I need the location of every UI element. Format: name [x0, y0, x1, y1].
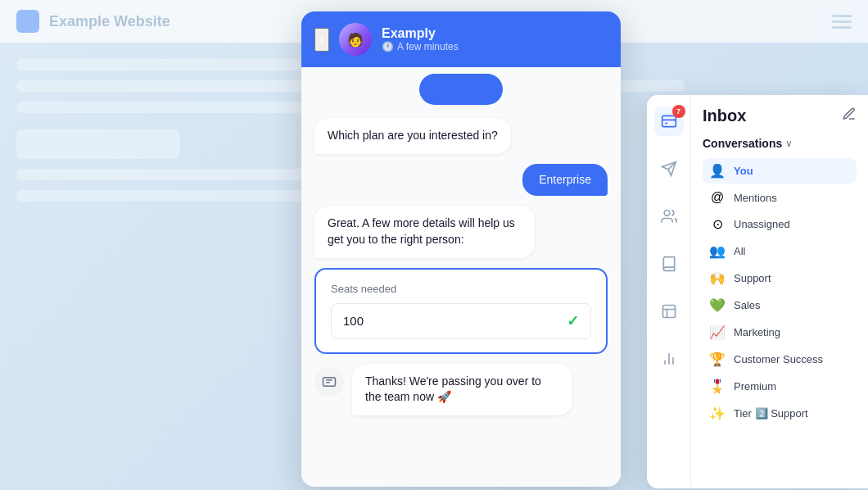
nav-label-customer-success: Customer Success [734, 353, 823, 365]
nav-item-premium[interactable]: 🎖️ Premium [703, 374, 857, 399]
chat-status: 🕐 A few minutes [382, 41, 459, 52]
clock-icon: 🕐 [382, 41, 394, 52]
chevron-down-icon: ∨ [785, 138, 793, 149]
chat-back-button[interactable]: ‹ [314, 28, 329, 52]
nav-label-unassigned: Unassigned [734, 218, 790, 230]
bg-title: Example Website [49, 13, 170, 30]
message-5-row: Thanks! We're passing you over to the te… [314, 364, 608, 415]
nav-label-support: Support [734, 272, 771, 284]
nav-label-marketing: Marketing [734, 326, 780, 338]
nav-label-tier2-support: Tier 2️⃣ Support [734, 407, 808, 420]
seats-label: Seats needed [331, 283, 591, 295]
mentions-icon: @ [709, 190, 726, 205]
nav-label-you: You [734, 165, 753, 177]
inbox-panel: 7 [647, 95, 868, 488]
chat-widget: ‹ 🧑 Examply 🕐 A few minutes Which plan a… [301, 11, 621, 487]
avatar-image: 🧑 [339, 23, 372, 56]
message-1: Which plan are you interested in? [314, 118, 511, 154]
inbox-sidebar: 7 [647, 95, 691, 488]
unassigned-icon: ⊙ [709, 216, 726, 232]
message-2: Enterprise [522, 164, 608, 197]
chat-header: ‹ 🧑 Examply 🕐 A few minutes [301, 11, 621, 67]
avatar: 🧑 [339, 23, 372, 56]
sidebar-icon-contacts[interactable] [654, 202, 684, 231]
you-icon: 👤 [709, 163, 726, 179]
sidebar-icon-send[interactable] [654, 154, 684, 184]
seats-value: 100 [343, 314, 364, 328]
nav-item-mentions[interactable]: @ Mentions [703, 185, 857, 210]
inbox-title: Inbox [703, 107, 746, 125]
nav-item-customer-success[interactable]: 🏆 Customer Success [703, 347, 857, 372]
nav-item-sales[interactable]: 💚 Sales [703, 293, 857, 318]
nav-label-mentions: Mentions [734, 192, 777, 204]
all-icon: 👥 [709, 243, 726, 259]
svg-rect-1 [662, 116, 676, 126]
bg-logo [16, 10, 39, 33]
inbox-main: Inbox Conversations ∨ 👤 You @ Mentions ⊙… [691, 95, 868, 488]
customer-success-icon: 🏆 [709, 352, 726, 367]
premium-icon: 🎖️ [709, 379, 726, 394]
conversations-header[interactable]: Conversations ∨ [703, 137, 857, 150]
message-3: Great. A few more details will help us g… [314, 206, 535, 257]
nav-item-support[interactable]: 🙌 Support [703, 265, 857, 291]
nav-label-all: All [734, 245, 745, 257]
inbox-badge: 7 [672, 105, 685, 118]
svg-rect-5 [662, 306, 675, 318]
bg-card-1 [16, 129, 180, 159]
nav-item-marketing[interactable]: 📈 Marketing [703, 320, 857, 345]
nav-label-sales: Sales [734, 299, 761, 311]
bg-row-3 [16, 102, 350, 113]
nav-item-you[interactable]: 👤 You [703, 158, 857, 184]
tier2-icon: ✨ [709, 406, 726, 421]
status-text: A few minutes [397, 41, 459, 52]
seats-card: Seats needed 100 ✓ [314, 268, 608, 354]
nav-label-premium: Premium [734, 380, 776, 392]
marketing-icon: 📈 [709, 324, 726, 340]
top-cta-button[interactable] [419, 74, 503, 105]
nav-item-all[interactable]: 👥 All [703, 238, 857, 264]
nav-item-tier2-support[interactable]: ✨ Tier 2️⃣ Support [703, 401, 857, 426]
compose-button[interactable] [842, 107, 857, 125]
svg-point-4 [664, 211, 670, 216]
chat-agent-name: Examply [382, 26, 459, 41]
seats-input-row: 100 ✓ [331, 303, 591, 339]
message-5: Thanks! We're passing you over to the te… [352, 364, 572, 415]
nav-item-unassigned[interactable]: ⊙ Unassigned [703, 211, 857, 237]
bg-menu-icon [832, 11, 852, 31]
conversations-label: Conversations [703, 137, 782, 150]
support-icon: 🙌 [709, 270, 726, 286]
seats-check-icon: ✓ [567, 312, 579, 330]
sidebar-icon-inbox[interactable]: 7 [654, 107, 684, 136]
sales-icon: 💚 [709, 297, 726, 313]
chat-messages: Which plan are you interested in? Enterp… [301, 67, 621, 487]
bot-avatar-icon [314, 367, 344, 397]
sidebar-icon-reports[interactable] [654, 297, 684, 326]
sidebar-icon-knowledge[interactable] [654, 249, 684, 279]
chat-header-info: Examply 🕐 A few minutes [382, 26, 459, 52]
inbox-header: Inbox [703, 107, 857, 125]
sidebar-icon-analytics[interactable] [654, 344, 684, 374]
